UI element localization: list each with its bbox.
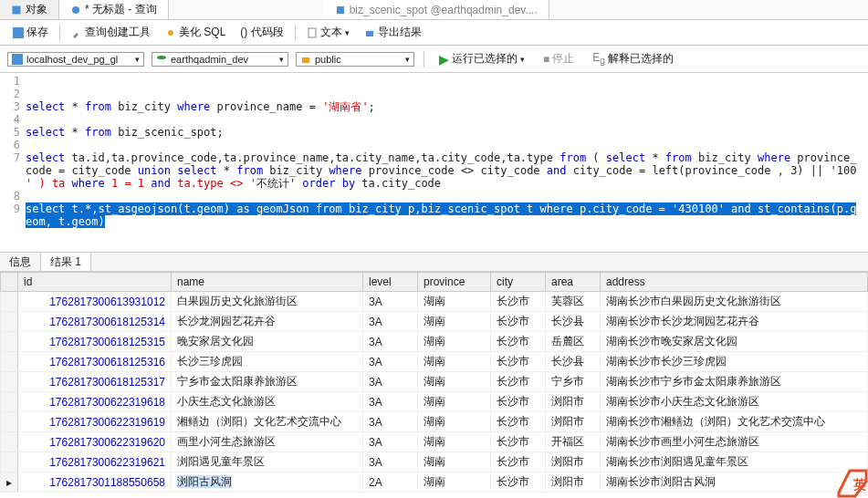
cell-city[interactable]: 长沙市 (491, 472, 546, 493)
cell-id[interactable]: 1762817300618125315 (18, 332, 172, 352)
cell-address[interactable]: 湖南长沙市画里小河生态旅游区 (601, 432, 868, 452)
cell-address[interactable]: 湖南长沙市晚安家居文化园 (601, 332, 868, 352)
cell-level[interactable]: 3A (363, 392, 418, 412)
cell-name[interactable]: 长沙龙洞园艺花卉谷 (172, 312, 363, 332)
table-row[interactable]: 1762817300618125315 晚安家居文化园 3A 湖南 长沙市 岳麓… (1, 332, 868, 352)
cell-id[interactable]: 1762817300622319618 (18, 392, 172, 412)
cell-city[interactable]: 长沙市 (491, 432, 546, 452)
server-select[interactable]: localhost_dev_pg_gl ▾ (7, 52, 144, 67)
cell-area[interactable]: 浏阳市 (546, 412, 601, 432)
cell-name[interactable]: 湘鳝边（浏阳）文化艺术交流中心 (172, 412, 363, 432)
cell-province[interactable]: 湖南 (418, 372, 491, 392)
cell-city[interactable]: 长沙市 (491, 312, 546, 332)
cell-area[interactable]: 浏阳市 (546, 472, 601, 493)
cell-name[interactable]: 白果园历史文化旅游街区 (172, 292, 363, 312)
explain-button[interactable]: Eg 解释已选择的 (587, 49, 679, 68)
cell-level[interactable]: 3A (363, 452, 418, 472)
cell-id[interactable]: 1762817300622319620 (18, 432, 172, 452)
col-area[interactable]: area (546, 273, 601, 292)
cell-name[interactable]: 长沙三珍虎园 (172, 352, 363, 372)
cell-province[interactable]: 湖南 (418, 452, 491, 472)
cell-province[interactable]: 湖南 (418, 332, 491, 352)
result-grid[interactable]: id name level province city area address… (0, 272, 868, 493)
database-select[interactable]: earthqadmin_dev ▾ (152, 52, 288, 67)
cell-province[interactable]: 湖南 (418, 352, 491, 372)
cell-id[interactable]: 1762817300613931012 (18, 292, 172, 312)
cell-name[interactable]: 小庆生态文化旅游区 (172, 392, 363, 412)
cell-area[interactable]: 芙蓉区 (546, 292, 601, 312)
cell-province[interactable]: 湖南 (418, 412, 491, 432)
cell-city[interactable]: 长沙市 (491, 372, 546, 392)
cell-city[interactable]: 长沙市 (491, 452, 546, 472)
table-row[interactable]: ▸ 1762817301188550658 浏阳古风洞 2A 湖南 长沙市 浏阳… (1, 472, 868, 493)
tab-scenic[interactable]: biz_scenic_spot @earthqadmin_dev.... (324, 0, 549, 19)
cell-name[interactable]: 浏阳古风洞 (172, 472, 363, 493)
cell-province[interactable]: 湖南 (418, 292, 491, 312)
tab-info[interactable]: 信息 (0, 253, 41, 271)
cell-province[interactable]: 湖南 (418, 432, 491, 452)
cell-city[interactable]: 长沙市 (491, 412, 546, 432)
sql-editor[interactable]: 1 2 3select * from biz_city where provin… (0, 73, 868, 252)
stop-button[interactable]: ■ 停止 (538, 49, 580, 68)
table-row[interactable]: 1762817300613931012 白果园历史文化旅游街区 3A 湖南 长沙… (1, 292, 868, 312)
cell-name[interactable]: 晚安家居文化园 (172, 332, 363, 352)
table-row[interactable]: 1762817300618125317 宁乡市金太阳康养旅游区 3A 湖南 长沙… (1, 372, 868, 392)
cell-area[interactable]: 浏阳市 (546, 452, 601, 472)
cell-province[interactable]: 湖南 (418, 312, 491, 332)
text-button[interactable]: 文本 ▾ (301, 23, 355, 42)
cell-id[interactable]: 1762817301188550658 (18, 472, 172, 493)
cell-level[interactable]: 3A (363, 352, 418, 372)
cell-address[interactable]: 湖南长沙市长沙三珍虎园 (601, 352, 868, 372)
cell-city[interactable]: 长沙市 (491, 292, 546, 312)
cell-province[interactable]: 湖南 (418, 392, 491, 412)
table-row[interactable]: 1762817300622319621 浏阳遇见童年景区 3A 湖南 长沙市 浏… (1, 452, 868, 472)
col-name[interactable]: name (172, 273, 363, 292)
cell-level[interactable]: 3A (363, 332, 418, 352)
table-row[interactable]: 1762817300622319618 小庆生态文化旅游区 3A 湖南 长沙市 … (1, 392, 868, 412)
cell-level[interactable]: 3A (363, 412, 418, 432)
snippet-button[interactable]: () 代码段 (235, 23, 288, 42)
run-button[interactable]: ▶ 运行已选择的 ▾ (434, 49, 530, 68)
schema-select[interactable]: public ▾ (296, 52, 414, 67)
tab-objects[interactable]: 对象 (0, 0, 59, 19)
cell-id[interactable]: 1762817300618125316 (18, 352, 172, 372)
table-row[interactable]: 1762817300622319619 湘鳝边（浏阳）文化艺术交流中心 3A 湖… (1, 412, 868, 432)
cell-city[interactable]: 长沙市 (491, 332, 546, 352)
cell-address[interactable]: 湖南长沙市宁乡市金太阳康养旅游区 (601, 372, 868, 392)
beautify-button[interactable]: 美化 SQL (160, 23, 231, 42)
cell-address[interactable]: 湖南长沙市白果园历史文化旅游街区 (601, 292, 868, 312)
table-row[interactable]: 1762817300618125316 长沙三珍虎园 3A 湖南 长沙市 长沙县… (1, 352, 868, 372)
cell-address[interactable]: 湖南长沙市长沙龙洞园艺花卉谷 (601, 312, 868, 332)
col-id[interactable]: id (18, 273, 172, 292)
col-address[interactable]: address (601, 273, 868, 292)
cell-province[interactable]: 湖南 (418, 472, 491, 493)
cell-id[interactable]: 1762817300622319619 (18, 412, 172, 432)
table-row[interactable]: 1762817300622319620 画里小河生态旅游区 3A 湖南 长沙市 … (1, 432, 868, 452)
cell-area[interactable]: 长沙县 (546, 312, 601, 332)
cell-area[interactable]: 开福区 (546, 432, 601, 452)
cell-level[interactable]: 3A (363, 372, 418, 392)
cell-city[interactable]: 长沙市 (491, 392, 546, 412)
export-button[interactable]: 导出结果 (359, 23, 427, 42)
cell-area[interactable]: 浏阳市 (546, 392, 601, 412)
cell-name[interactable]: 浏阳遇见童年景区 (172, 452, 363, 472)
cell-id[interactable]: 1762817300618125317 (18, 372, 172, 392)
cell-level[interactable]: 2A (363, 472, 418, 493)
cell-area[interactable]: 岳麓区 (546, 332, 601, 352)
cell-area[interactable]: 宁乡市 (546, 372, 601, 392)
save-button[interactable]: 保存 (7, 23, 54, 42)
cell-area[interactable]: 长沙县 (546, 352, 601, 372)
col-level[interactable]: level (363, 273, 418, 292)
cell-level[interactable]: 3A (363, 432, 418, 452)
cell-address[interactable]: 湖南长沙市小庆生态文化旅游区 (601, 392, 868, 412)
col-city[interactable]: city (491, 273, 546, 292)
col-province[interactable]: province (418, 273, 491, 292)
tab-query[interactable]: * 无标题 - 查询 (59, 0, 169, 19)
table-row[interactable]: 1762817300618125314 长沙龙洞园艺花卉谷 3A 湖南 长沙市 … (1, 312, 868, 332)
cell-id[interactable]: 1762817300618125314 (18, 312, 172, 332)
cell-name[interactable]: 画里小河生态旅游区 (172, 432, 363, 452)
cell-level[interactable]: 3A (363, 292, 418, 312)
cell-id[interactable]: 1762817300622319621 (18, 452, 172, 472)
cell-address[interactable]: 湖南长沙市浏阳古风洞 (601, 472, 868, 493)
cell-level[interactable]: 3A (363, 312, 418, 332)
